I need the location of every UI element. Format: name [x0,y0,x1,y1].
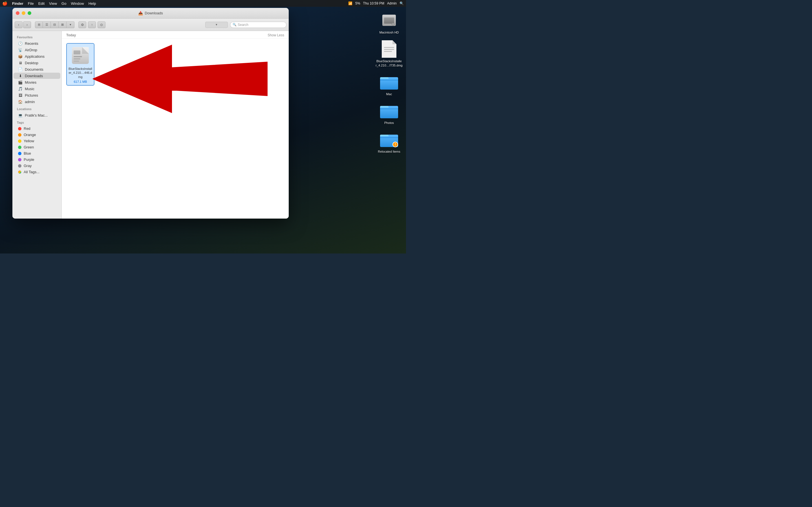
recents-icon: 🕐 [18,41,22,46]
desktop-icon-mac[interactable]: Mac [378,73,400,96]
desktop-icon-relocated-items[interactable]: ! Relocated Items [378,130,400,154]
main-content: Today Show Less [62,31,289,219]
sidebar-item-music[interactable]: 🎵 Music [13,86,60,92]
show-less-button[interactable]: Show Less [267,33,284,37]
finder-menu[interactable]: Finder [12,1,23,6]
applications-icon: 📦 [18,54,22,59]
sidebar-item-airdrop[interactable]: 📡 AirDrop [13,47,60,53]
photos-folder-icon [380,102,398,120]
window-title: 📥 Downloads [138,11,163,15]
tag-button[interactable]: ⊙ [98,21,105,28]
view-list-btn[interactable]: ☰ [43,21,51,28]
sidebar-item-downloads[interactable]: ⬇ Downloads [13,73,60,79]
sidebar-item-pictures[interactable]: 🖼 Pictures [13,92,60,98]
sidebar: Favourites 🕐 Recents 📡 AirDrop 📦 Applica… [12,31,62,219]
sidebar-item-admin[interactable]: 🏠 admin [13,99,60,105]
locations-header: Locations [12,105,61,112]
window-toolbar: ‹ › ⊞ ☰ ⊟ ⊠ ▾ ⚙ ↑ ⊙ ▾ 🔍 Search [12,18,289,31]
sidebar-item-tag-purple[interactable]: Purple [13,157,60,163]
sidebar-item-recents[interactable]: 🕐 Recents [13,40,60,47]
window-menu[interactable]: Window [71,1,84,6]
downloads-icon: ⬇ [18,73,22,78]
menubar: 🍎 Finder File Edit View Go Window Help 📶… [0,0,406,7]
sidebar-item-tag-all[interactable]: All Tags... [13,169,60,175]
finder-window: 📥 Downloads ‹ › ⊞ ☰ ⊟ ⊠ ▾ ⚙ ↑ ⊙ ▾ 🔍 Sear… [12,8,289,219]
search-bar[interactable]: 🔍 Search [230,22,287,28]
user-name: Admin [387,1,397,5]
help-menu[interactable]: Help [89,1,96,6]
desktop-label: Desktop [25,61,38,65]
maximize-button[interactable] [28,11,31,15]
file-size-bluestacks: 617.1 MB [73,80,87,83]
svg-rect-22 [73,58,80,59]
svg-rect-21 [73,56,82,57]
sidebar-item-pratiks-mac[interactable]: 💻 Pratik's Mac... [13,112,60,118]
svg-rect-8 [384,51,392,52]
file-menu[interactable]: File [28,1,34,6]
svg-rect-24 [73,50,80,54]
desktop-icon-photos[interactable]: Photos [378,102,400,125]
sidebar-item-documents[interactable]: 📄 Documents [13,66,60,72]
file-grid: BlueStacksInstaller_4.210....446.dmg 617… [62,39,289,219]
forward-button[interactable]: › [23,21,31,28]
svg-rect-11 [380,79,398,80]
wifi-icon: 📶 [348,1,352,5]
sidebar-item-tag-yellow[interactable]: Yellow [13,138,60,144]
sidebar-item-tag-blue[interactable]: Blue [13,151,60,156]
tag-dot-orange [18,133,21,136]
tag-blue-label: Blue [24,151,31,156]
sidebar-item-tag-red[interactable]: Red [13,126,60,131]
sidebar-item-tag-orange[interactable]: Orange [13,132,60,138]
sidebar-item-movies[interactable]: 🎬 Movies [13,79,60,86]
svg-rect-17 [380,136,398,138]
documents-label: Documents [25,67,43,71]
action-button[interactable]: ⚙ [79,21,86,28]
minimize-button[interactable] [22,11,26,15]
today-section-label: Today [66,33,76,37]
desktop-icons-area: Macintosh HD BlueStacksInstalle r_4.210.… [378,11,400,154]
view-column-btn[interactable]: ⊟ [51,21,59,28]
share-button[interactable]: ↑ [88,21,96,28]
battery-indicator: 5% [355,1,360,5]
tag-dot-red [18,127,21,130]
window-title-icon: 📥 [138,11,143,15]
desktop-icon-bluestacks-dmg[interactable]: BlueStacksInstalle r_4.210....f735.dmg [378,40,400,67]
sidebar-item-desktop[interactable]: 🖥 Desktop [13,60,60,66]
path-bar[interactable]: ▾ [205,22,228,28]
music-icon: 🎵 [18,87,22,91]
view-gallery-btn[interactable]: ⊠ [59,21,66,28]
desktop-icon: 🖥 [18,61,22,65]
sidebar-item-applications[interactable]: 📦 Applications [13,53,60,59]
close-button[interactable] [16,11,19,15]
sidebar-item-tag-green[interactable]: Green [13,144,60,150]
mac-folder-label: Mac [386,92,392,96]
tag-dot-green [18,146,21,149]
svg-point-3 [392,23,394,25]
bluestacks-doc-icon [380,40,398,58]
music-label: Music [25,87,35,91]
sidebar-item-tag-gray[interactable]: Gray [13,163,60,169]
tag-purple-label: Purple [24,158,35,162]
relocated-items-label: Relocated Items [378,150,400,154]
tag-gray-label: Gray [24,164,32,168]
view-dropdown-btn[interactable]: ▾ [66,21,74,28]
toolbar-nav: ‹ › [15,21,31,28]
view-menu[interactable]: View [49,1,57,6]
search-icon: 🔍 [233,23,237,26]
window-titlebar: 📥 Downloads [12,8,289,18]
recents-label: Recents [25,41,38,46]
apple-menu[interactable]: 🍎 [2,1,8,6]
back-button[interactable]: ‹ [15,21,22,28]
pictures-icon: 🖼 [18,93,22,98]
view-icon-btn[interactable]: ⊞ [35,21,43,28]
tag-dot-yellow [18,139,21,143]
edit-menu[interactable]: Edit [38,1,45,6]
pratiks-mac-label: Pratik's Mac... [25,113,48,117]
desktop-icon-macintosh-hd[interactable]: Macintosh HD [378,11,400,34]
tag-yellow-label: Yellow [24,139,34,143]
pratiks-mac-icon: 💻 [18,113,22,117]
svg-rect-7 [384,49,394,50]
go-menu[interactable]: Go [61,1,66,6]
search-icon[interactable]: 🔍 [400,1,404,5]
file-item-bluestacks[interactable]: BlueStacksInstaller_4.210....446.dmg 617… [66,43,94,86]
